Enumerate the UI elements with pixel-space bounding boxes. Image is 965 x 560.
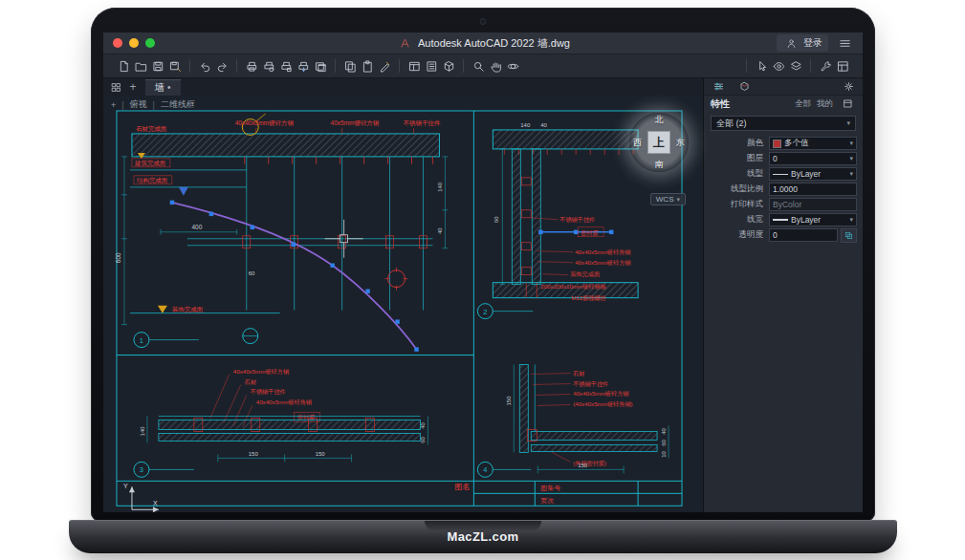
tab-overview-grid-icon[interactable] — [107, 79, 124, 95]
titleblock-name: 图名 — [454, 483, 470, 491]
dim-text: 40 — [661, 427, 667, 434]
zoom-window-icon[interactable] — [470, 58, 487, 74]
undo-icon[interactable] — [196, 58, 213, 74]
model-space-canvas[interactable]: + | 俯视 | 二维线框 — [103, 96, 703, 512]
dim-text: 150 — [506, 396, 512, 406]
cad-drawing: 图名 图集号 页次 — [103, 96, 703, 512]
annotation: 石材 — [572, 370, 584, 377]
gear-icon[interactable] — [840, 79, 857, 95]
dim-text: 40 — [420, 421, 426, 428]
zoom-button[interactable] — [145, 38, 155, 48]
save-as-icon[interactable] — [166, 58, 184, 74]
property-row-linetype: 线型 ByLayer ▾ — [704, 166, 863, 182]
save-icon[interactable] — [149, 58, 166, 74]
minimize-button[interactable] — [129, 38, 139, 48]
annotation: 装饰完成面 — [172, 306, 204, 313]
transparency-picker-button[interactable] — [841, 228, 857, 243]
lineweight-preview — [773, 219, 788, 221]
viewcube-compass[interactable]: 北 南 西 东 上 — [629, 113, 689, 172]
annotation: 40x40x5mm镀锌方钢 — [573, 390, 628, 398]
detail-2: 140 40 — [477, 122, 638, 319]
plot-preview-icon[interactable] — [260, 58, 277, 74]
layer-dropdown[interactable]: 0 ▾ — [769, 152, 857, 165]
annotation: M12膨胀螺栓 — [571, 294, 606, 302]
match-properties-icon[interactable] — [376, 58, 393, 74]
drawing-tabbar: + 墙 • — [103, 78, 703, 96]
isolate-objects-icon[interactable] — [770, 58, 787, 74]
menu-icon[interactable] — [836, 35, 853, 51]
dim-text: 150 — [316, 451, 326, 457]
property-row-color: 颜色 多个值 ▾ — [704, 136, 863, 151]
brand-text: MacZL.com — [69, 529, 897, 544]
window-title: Autodesk AutoCAD 2022 墙.dwg — [103, 35, 863, 51]
blocks-palette-icon[interactable] — [735, 79, 753, 95]
viewport-visual-style-control[interactable]: 二维线框 — [161, 98, 195, 111]
properties-header: 特性 全部 我的 — [704, 96, 863, 112]
annotation: (40x40x5mm镀锌角钢) — [573, 400, 632, 408]
lineweight-dropdown[interactable]: ByLayer ▾ — [769, 213, 857, 226]
batch-plot-icon[interactable] — [312, 58, 329, 74]
close-button[interactable] — [113, 38, 122, 48]
compass-north[interactable]: 北 — [655, 114, 664, 126]
color-swatch — [773, 140, 781, 148]
redo-icon[interactable] — [213, 58, 230, 74]
annotation: 200x200x10mm镀锌钢板 — [540, 283, 606, 290]
selection-filter-dropdown[interactable]: 全部 (2) ▾ — [711, 116, 856, 131]
block-icon[interactable] — [440, 58, 457, 74]
chevron-down-icon: ▾ — [849, 155, 853, 162]
chevron-down-icon: ▾ — [676, 196, 680, 204]
filter-all-tab[interactable]: 全部 — [795, 98, 811, 110]
property-label: 图层 — [710, 153, 769, 164]
compass-top-face[interactable]: 上 — [647, 131, 670, 154]
titlebar: Autodesk AutoCAD 2022 墙.dwg 登录 — [103, 32, 863, 54]
sheet-set-icon[interactable] — [423, 58, 440, 74]
paste-icon[interactable] — [359, 58, 376, 74]
pan-hand-icon[interactable] — [487, 58, 504, 74]
property-label: 打印样式 — [710, 199, 769, 210]
login-button[interactable]: 登录 — [777, 34, 828, 52]
new-drawing-tab-button[interactable]: + — [126, 80, 140, 94]
selection-cursor-icon[interactable] — [753, 58, 770, 74]
new-file-icon[interactable] — [115, 58, 132, 74]
viewport-controls: + | 俯视 | 二维线框 — [111, 98, 195, 111]
viewport-view-control[interactable]: 俯视 — [130, 98, 147, 111]
linetype-preview — [773, 174, 788, 175]
properties-palette-icon[interactable] — [710, 79, 727, 95]
dim-text: 60 — [420, 436, 426, 442]
viewport-expand-control[interactable]: + — [111, 100, 116, 110]
filter-mine-tab[interactable]: 我的 — [817, 98, 833, 110]
person-icon — [782, 35, 800, 51]
compass-south[interactable]: 南 — [655, 159, 664, 171]
orbit-icon[interactable] — [504, 58, 521, 74]
property-row-layer: 图层 0 ▾ — [704, 151, 863, 166]
content-browser-icon[interactable] — [834, 58, 851, 74]
color-dropdown[interactable]: 多个值 ▾ — [769, 137, 857, 150]
layers-icon[interactable] — [787, 58, 804, 74]
layout-icon[interactable] — [406, 58, 423, 74]
page-setup-icon[interactable] — [277, 58, 295, 74]
open-folder-icon[interactable] — [132, 58, 149, 74]
drawing-tab-wall[interactable]: 墙 • — [145, 79, 181, 96]
annotation: 密封胶 — [581, 229, 599, 236]
ucs-icon: Y X — [123, 483, 159, 512]
autocad-logo-icon — [396, 35, 413, 51]
linetype-dropdown[interactable]: ByLayer ▾ — [769, 167, 857, 181]
compass-east[interactable]: 东 — [676, 137, 685, 149]
tool-sets-icon[interactable] — [817, 58, 834, 74]
dim-text: 140 — [140, 426, 145, 437]
copy-icon[interactable] — [341, 58, 359, 74]
dim-text: 40 — [540, 122, 547, 128]
publish-icon[interactable] — [295, 58, 312, 74]
panel-collapse-icon[interactable] — [839, 97, 856, 112]
wcs-dropdown[interactable]: WCS ▾ — [650, 193, 686, 205]
dim-text: 600 — [115, 252, 121, 263]
property-label: 线型 — [710, 168, 769, 180]
transparency-input[interactable]: 0 — [769, 228, 838, 242]
laptop-screen-bezel: Autodesk AutoCAD 2022 墙.dwg 登录 — [91, 8, 875, 522]
compass-west[interactable]: 西 — [633, 137, 642, 149]
transparency-value: 0 — [773, 230, 778, 240]
plot-icon[interactable] — [243, 58, 260, 74]
property-row-transparency: 透明度 0 — [704, 227, 863, 243]
modified-indicator: • — [167, 82, 171, 93]
ltscale-input[interactable]: 1.0000 — [769, 183, 857, 196]
